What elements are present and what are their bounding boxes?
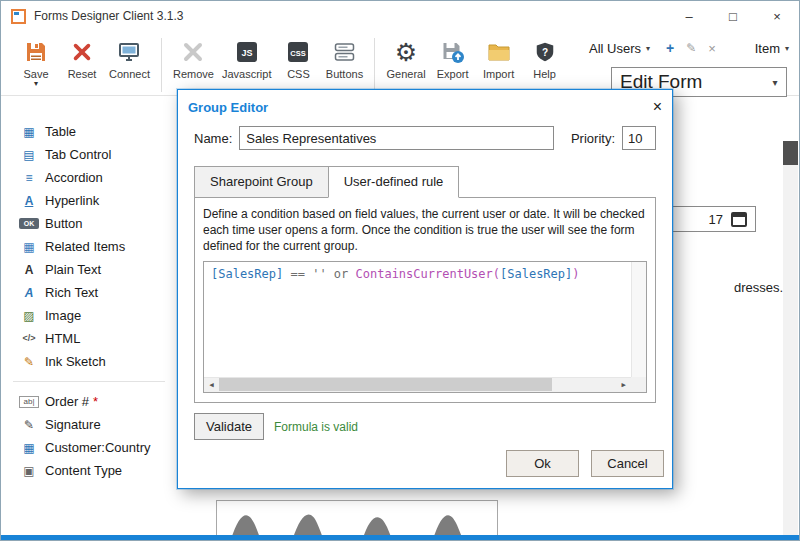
required-marker: * xyxy=(93,394,98,409)
item-dropdown[interactable]: Item xyxy=(755,41,780,56)
app-logo-icon xyxy=(11,9,26,24)
date-value: 17 xyxy=(709,212,723,227)
tab-user-defined-rule[interactable]: User-defined rule xyxy=(328,166,460,198)
import-folder-icon xyxy=(486,38,512,66)
chevron-down-icon[interactable]: ▾ xyxy=(785,44,789,53)
sidebar-item-plain-text[interactable]: APlain Text xyxy=(1,258,177,281)
formula-field-token: [SalesRep] xyxy=(211,267,283,281)
formula-function-token: ) xyxy=(572,267,579,281)
formula-function-token: ContainsCurrentUser( xyxy=(356,267,501,281)
validate-button[interactable]: Validate xyxy=(194,413,264,440)
svg-text:JS: JS xyxy=(241,48,252,58)
bottom-accent-bar xyxy=(1,535,799,540)
table-icon: ▦ xyxy=(19,126,39,138)
chevron-down-icon[interactable]: ▾ xyxy=(764,68,786,96)
remove-button[interactable]: Remove xyxy=(169,36,218,82)
export-button[interactable]: Export xyxy=(430,36,476,82)
group-editor-dialog: Group Editor × Name: Priority: Sharepoin… xyxy=(177,89,673,489)
scroll-left-icon[interactable]: ◀ xyxy=(204,381,219,389)
sidebar-item-accordion[interactable]: ≡Accordion xyxy=(1,166,177,189)
ink-sketch-icon: ✎ xyxy=(19,356,39,368)
chevron-down-icon[interactable]: ▾ xyxy=(646,44,650,53)
buttons-icon xyxy=(332,38,357,66)
name-priority-row: Name: Priority: xyxy=(194,126,656,150)
sidebar-item-customer-country[interactable]: ▦Customer:Country xyxy=(1,436,177,459)
general-button[interactable]: ⚙ General xyxy=(382,36,429,82)
formula-horizontal-scrollbar[interactable]: ◀ ▶ xyxy=(204,377,631,392)
controls-sidebar: ▦Table ▤Tab Control ≡Accordion AHyperlin… xyxy=(1,96,177,535)
sidebar-item-hyperlink[interactable]: AHyperlink xyxy=(1,189,177,212)
save-button[interactable]: Save ▾ xyxy=(13,36,59,89)
formula-editor[interactable]: [SalesRep] == '' or ContainsCurrentUser(… xyxy=(203,261,647,393)
group-name-input[interactable] xyxy=(239,126,554,150)
help-button[interactable]: ? Help xyxy=(522,36,568,82)
import-button[interactable]: Import xyxy=(476,36,522,82)
connect-monitor-icon xyxy=(116,38,142,66)
formula-operator-token: == xyxy=(283,267,312,281)
cancel-button[interactable]: Cancel xyxy=(591,450,664,477)
sidebar-item-ink-sketch[interactable]: ✎Ink Sketch xyxy=(1,350,177,373)
ok-button[interactable]: Ok xyxy=(506,450,579,477)
html-icon: </> xyxy=(19,334,39,343)
image-icon: ▨ xyxy=(19,310,39,322)
svg-text:?: ? xyxy=(542,47,548,58)
button-icon: OK xyxy=(19,218,39,229)
addresses-label: dresses... xyxy=(734,280,790,295)
maximize-button[interactable]: □ xyxy=(711,1,755,31)
priority-input[interactable] xyxy=(622,126,656,150)
svg-text:CSS: CSS xyxy=(291,49,306,58)
calendar-icon[interactable] xyxy=(731,212,747,227)
sidebar-item-table[interactable]: ▦Table xyxy=(1,120,177,143)
sidebar-item-tab-control[interactable]: ▤Tab Control xyxy=(1,143,177,166)
validate-row: Validate Formula is valid xyxy=(194,413,656,440)
sidebar-item-button[interactable]: OKButton xyxy=(1,212,177,235)
priority-label: Priority: xyxy=(571,131,615,146)
reset-icon xyxy=(71,38,93,66)
dialog-header: Group Editor × xyxy=(178,90,672,118)
window-controls: – □ × xyxy=(667,1,799,31)
buttons-button[interactable]: Buttons xyxy=(321,36,367,82)
sidebar-item-related-items[interactable]: ▦Related Items xyxy=(1,235,177,258)
sidebar-item-html[interactable]: </>HTML xyxy=(1,327,177,350)
dialog-title: Group Editor xyxy=(188,100,268,115)
javascript-button[interactable]: JS Javascript xyxy=(218,36,276,82)
sidebar-item-order[interactable]: ab|Order #* xyxy=(1,390,177,413)
scrollbar-thumb[interactable] xyxy=(219,378,552,391)
formula-vertical-scrollbar[interactable] xyxy=(631,262,646,377)
window-title: Forms Designer Client 3.1.3 xyxy=(34,9,183,23)
sidebar-item-rich-text[interactable]: ARich Text xyxy=(1,281,177,304)
lookup-field-icon: ▦ xyxy=(19,442,39,454)
close-window-button[interactable]: × xyxy=(755,1,799,31)
tab-sharepoint-group[interactable]: Sharepoint Group xyxy=(194,166,329,198)
css-button[interactable]: CSS CSS xyxy=(275,36,321,82)
all-users-dropdown[interactable]: All Users xyxy=(589,41,641,56)
reset-button[interactable]: Reset xyxy=(59,36,105,82)
export-icon xyxy=(440,38,465,66)
toolbar-separator xyxy=(374,38,375,92)
accordion-icon: ≡ xyxy=(19,172,39,184)
app-window: Forms Designer Client 3.1.3 – □ × Save ▾… xyxy=(0,0,800,541)
sidebar-item-content-type[interactable]: ▣Content Type xyxy=(1,459,177,482)
formula-string-token: '' xyxy=(312,267,326,281)
validation-message: Formula is valid xyxy=(274,420,358,434)
signature-icon: ✎ xyxy=(19,419,39,431)
edit-group-icon[interactable]: ✎ xyxy=(686,41,696,55)
sidebar-divider xyxy=(13,381,165,382)
general-gear-icon: ⚙ xyxy=(395,38,417,66)
sidebar-item-image[interactable]: ▨Image xyxy=(1,304,177,327)
add-group-icon[interactable]: + xyxy=(666,40,674,56)
close-dialog-icon[interactable]: × xyxy=(653,99,662,115)
canvas-vertical-scrollbar[interactable] xyxy=(783,141,798,535)
connect-button[interactable]: Connect xyxy=(105,36,154,82)
scrollbar-thumb[interactable] xyxy=(783,141,798,165)
save-dropdown-caret-icon[interactable]: ▾ xyxy=(34,80,38,87)
minimize-button[interactable]: – xyxy=(667,1,711,31)
scroll-right-icon[interactable]: ▶ xyxy=(616,381,631,389)
textbox-icon: ab| xyxy=(19,396,39,408)
formula-line[interactable]: [SalesRep] == '' or ContainsCurrentUser(… xyxy=(204,262,646,286)
delete-group-icon[interactable]: × xyxy=(708,41,716,56)
formula-operator-token: or xyxy=(327,267,356,281)
sidebar-item-signature[interactable]: ✎Signature xyxy=(1,413,177,436)
rule-description: Define a condition based on field values… xyxy=(203,206,647,255)
titlebar: Forms Designer Client 3.1.3 – □ × xyxy=(1,1,799,31)
